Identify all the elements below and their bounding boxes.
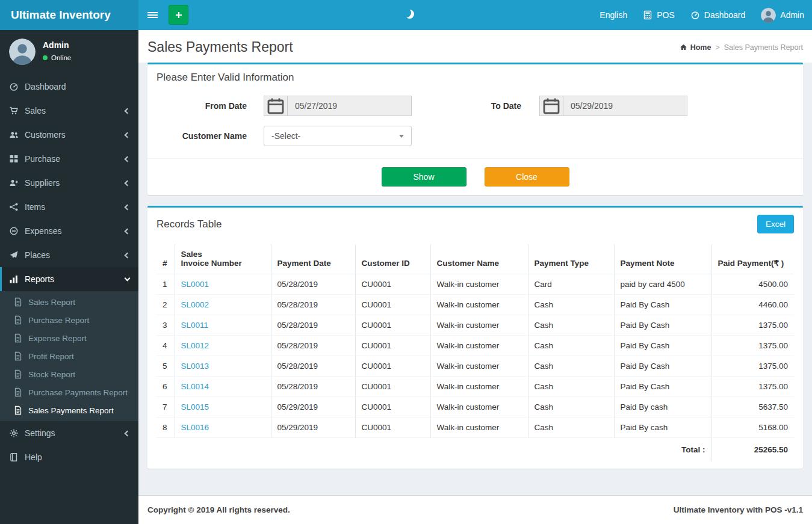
show-button[interactable]: Show [382,167,466,186]
breadcrumb-home-link[interactable]: Home [680,43,711,52]
sidebar-item-reports[interactable]: Reports [0,267,138,291]
dashboard-icon [690,10,700,20]
breadcrumb-current: Sales Payments Report [724,43,803,52]
hamburger-icon [147,11,158,19]
sidebar-item-label: Customers [25,130,66,140]
table-cell: Walk-in customer [430,336,528,356]
sidebar-item-expenses[interactable]: Expenses [0,219,138,243]
invoice-link[interactable]: SL0001 [181,280,209,289]
total-value: 25265.50 [711,438,794,462]
table-cell: 1375.00 [711,315,794,336]
sidebar-item-help[interactable]: Help [0,445,138,469]
table-cell: 1375.00 [711,377,794,397]
invoice-link[interactable]: SL0013 [181,362,209,371]
invoice-link[interactable]: SL0012 [181,341,209,350]
chevron-down-icon [125,276,131,282]
brand-logo[interactable]: Ultimate Inventory [0,0,138,30]
sidebar-item-dashboard[interactable]: Dashboard [0,75,138,99]
chevron-left-icon [125,430,131,436]
to-date-input[interactable] [563,96,687,116]
sidebar-subitem-sales-payments-report[interactable]: Sales Payments Report [0,401,138,419]
column-header: Sales Invoice Number [175,244,271,274]
filter-panel-footer: Show Close [147,158,803,195]
table-row: 5SL001305/28/2019CU0001Walk-in customerC… [157,356,794,377]
close-button[interactable]: Close [485,167,569,186]
table-cell: 5168.00 [711,418,794,438]
chevron-left-icon [125,252,131,258]
sidebar-item-label: Settings [25,428,55,438]
column-header: Paid Payment(₹ ) [711,244,794,274]
file-icon [13,387,23,397]
table-cell: 05/28/2019 [271,356,355,377]
invoice-link[interactable]: SL0002 [181,300,209,309]
pos-link[interactable]: POS [635,0,683,30]
table-cell: CU0001 [355,377,430,397]
sidebar-subitem-sales-report[interactable]: Sales Report [0,293,138,311]
invoice-link[interactable]: SL0014 [181,382,209,391]
sidebar-subitem-stock-report[interactable]: Stock Report [0,365,138,383]
column-header: # [157,244,175,274]
table-cell: Walk-in customer [430,274,528,295]
sidebar-item-sales[interactable]: Sales [0,99,138,123]
calculator-icon [643,10,652,20]
items-icon [9,202,19,212]
sidebar-item-places[interactable]: Places [0,243,138,267]
moon-icon [402,8,411,17]
records-table-container: #Sales Invoice NumberPayment DateCustome… [147,241,803,469]
quick-add-button[interactable] [169,5,188,25]
table-cell: Walk-in customer [430,295,528,315]
purchase-icon [9,154,19,164]
sidebar-toggle-button[interactable] [138,0,166,30]
sidebar-subitem-profit-report[interactable]: Profit Report [0,347,138,365]
version-text: Ultimate Inventory with POS -v1.1 [674,505,803,514]
column-header: Payment Date [271,244,355,274]
file-icon [13,315,23,325]
table-cell: Paid By cash [614,418,711,438]
table-row: 1SL000105/28/2019CU0001Walk-in customerC… [157,274,794,295]
sidebar-subitem-purchase-report[interactable]: Purchase Report [0,311,138,329]
customer-select[interactable]: -Select- [264,126,412,146]
table-cell: 05/28/2019 [271,295,355,315]
sidebar-item-label: Places [25,250,50,260]
language-selector[interactable]: English [592,0,635,30]
invoice-link[interactable]: SL0011 [181,321,209,330]
records-panel-header: Records Table Excel [147,208,803,241]
table-row: 7SL001505/29/2019CU0001Walk-in customerC… [157,397,794,418]
invoice-link[interactable]: SL0016 [181,423,209,432]
table-cell: CU0001 [355,356,430,377]
table-cell: Walk-in customer [430,377,528,397]
file-icon [13,351,23,361]
invoice-link[interactable]: SL0015 [181,402,209,411]
from-date-input[interactable] [288,96,412,116]
customer-select-value: -Select- [271,131,300,141]
sidebar-item-purchase[interactable]: Purchase [0,147,138,171]
excel-export-button[interactable]: Excel [757,215,794,233]
chevron-left-icon [125,228,131,234]
table-cell: paid by card 4500 [614,274,711,295]
plus-icon [174,10,184,20]
sidebar-subitem-expense-report[interactable]: Expense Report [0,329,138,347]
records-panel-title: Records Table [157,218,222,230]
from-date-label: From Date [157,101,264,111]
table-cell: Cash [528,295,614,315]
chevron-left-icon [125,156,131,162]
sidebar-item-items[interactable]: Items [0,195,138,219]
help-icon [9,452,19,462]
user-menu[interactable]: Admin [753,0,812,30]
home-icon [680,43,687,51]
table-cell: 1375.00 [711,336,794,356]
dashboard-icon [9,82,19,91]
calendar-icon[interactable] [264,96,288,116]
sidebar-item-settings[interactable]: Settings [0,421,138,445]
sidebar-item-customers[interactable]: Customers [0,123,138,147]
table-cell: Paid By Cash [614,356,711,377]
dashboard-link[interactable]: Dashboard [683,0,754,30]
sidebar-subitem-purchase-payments-report[interactable]: Purchase Payments Report [0,383,138,401]
suppliers-icon [9,178,19,188]
sidebar-user-status[interactable]: Online [43,54,71,61]
sidebar-item-label: Help [25,452,42,462]
table-row: 8SL001605/29/2019CU0001Walk-in customerC… [157,418,794,438]
sidebar-item-suppliers[interactable]: Suppliers [0,171,138,195]
sidebar-item-label: Dashboard [25,82,66,91]
calendar-icon[interactable] [539,96,563,116]
